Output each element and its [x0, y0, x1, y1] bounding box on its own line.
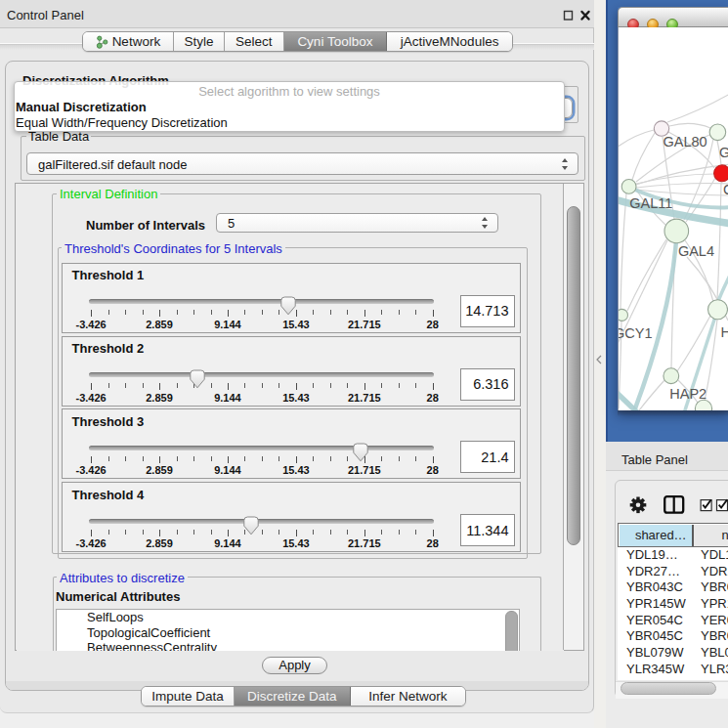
svg-text:HAP2: HAP2 [669, 385, 707, 401]
svg-text:GAL4: GAL4 [677, 242, 713, 258]
svg-text:GA: GA [719, 144, 728, 159]
svg-text:GCY1: GCY1 [619, 325, 653, 341]
svg-text:GAL80: GAL80 [663, 134, 707, 150]
svg-text:GAL11: GAL11 [629, 195, 672, 211]
svg-text:C: C [723, 182, 728, 197]
svg-text:H: H [720, 324, 728, 340]
